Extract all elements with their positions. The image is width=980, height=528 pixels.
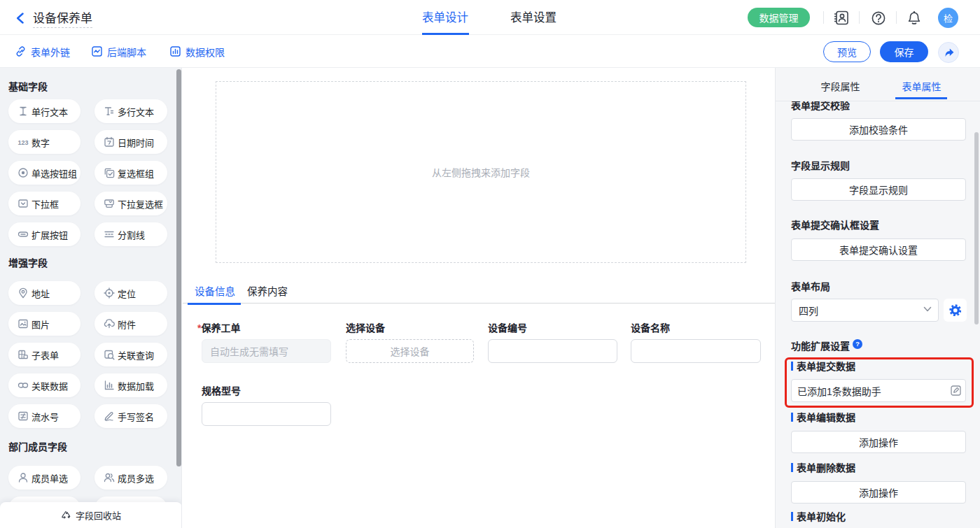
svg-text:123: 123 [18, 139, 28, 146]
svg-text:?: ? [855, 341, 860, 348]
